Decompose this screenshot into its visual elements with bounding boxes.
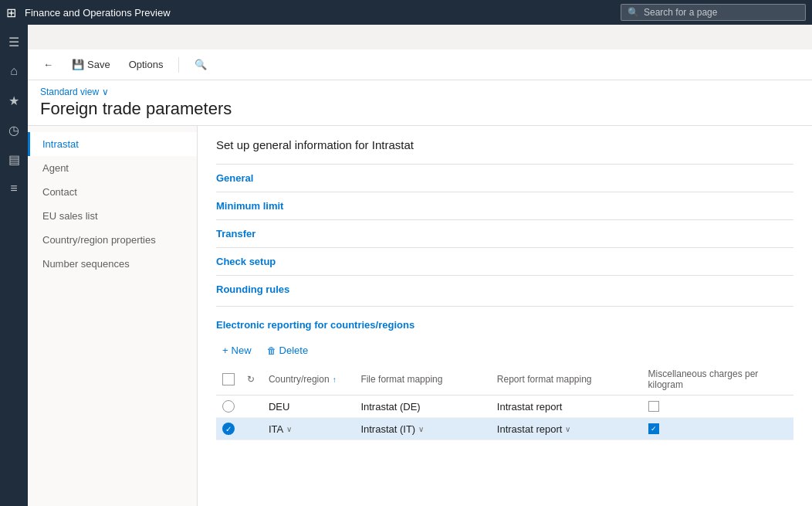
checkbox-deu[interactable] [648, 401, 659, 412]
sidebar-btn-home[interactable]: ⌂ [0, 57, 28, 85]
trash-icon: 🗑 [267, 345, 276, 356]
sidebar-btn-modules[interactable]: ≡ [0, 175, 28, 202]
sort-up-icon: ↑ [333, 375, 337, 384]
new-button[interactable]: + New [216, 341, 258, 359]
section-general: General [216, 164, 793, 192]
save-label: Save [87, 59, 110, 70]
th-refresh: ↻ [241, 364, 262, 396]
row-refresh-ita [241, 418, 262, 440]
delete-button[interactable]: 🗑 Delete [261, 341, 315, 359]
chevron-down-icon: ∨ [102, 87, 109, 97]
section-rounding-rules: Rounding rules [216, 275, 793, 303]
toolbar: ← 💾 Save Options 🔍 [28, 49, 812, 80]
sidebar-btn-recent[interactable]: ◷ [0, 116, 28, 144]
section-header-transfer[interactable]: Transfer [216, 220, 793, 247]
electronic-reporting-section: Electronic reporting for countries/regio… [216, 306, 793, 440]
refresh-icon: ↻ [247, 374, 255, 385]
row-country-deu[interactable]: DEU [262, 396, 354, 418]
th-misc-charges: Miscellaneous charges per kilogram [642, 364, 793, 396]
search-placeholder: Search for a page [644, 7, 717, 18]
report-format-dropdown-arrow[interactable]: ∨ [565, 425, 570, 433]
th-country[interactable]: Country/region ↑ [262, 364, 354, 396]
section-check-setup: Check setup [216, 247, 793, 275]
th-report-format: Report format mapping [491, 364, 642, 396]
top-bar: ⊞ Finance and Operations Preview 🔍 Searc… [0, 0, 812, 25]
section-minimum-limit: Minimum limit [216, 192, 793, 219]
section-transfer: Transfer [216, 219, 793, 247]
delete-label: Delete [279, 345, 309, 356]
search-icon: 🔍 [628, 7, 639, 18]
selected-indicator: ✓ [222, 423, 235, 435]
section-header-minimum-limit[interactable]: Minimum limit [216, 192, 793, 219]
table-row[interactable]: ✓ ITA ∨ Intrastat (I [216, 418, 793, 440]
grid-toolbar: + New 🗑 Delete [216, 337, 793, 364]
row-misc-deu[interactable] [642, 396, 793, 418]
row-report-format-deu[interactable]: Intrastat report [491, 396, 642, 418]
standard-view-link[interactable]: Standard view ∨ [40, 87, 800, 97]
save-icon: 💾 [72, 59, 84, 70]
options-label: Options [129, 59, 164, 70]
page-search-bar[interactable]: 🔍 Search for a page [621, 4, 806, 21]
plus-icon: + [222, 345, 228, 356]
checkbox-ita[interactable]: ✓ [648, 423, 659, 434]
toolbar-search-button[interactable]: 🔍 [188, 56, 213, 73]
radio-input[interactable] [222, 400, 235, 413]
page-header: Standard view ∨ Foreign trade parameters [28, 80, 812, 126]
sidebar-item-eu-sales-list[interactable]: EU sales list [28, 204, 197, 228]
row-refresh-deu [241, 396, 262, 418]
main-wrapper: ← 💾 Save Options 🔍 Standard view ∨ Forei… [28, 49, 812, 506]
table-row[interactable]: DEU Intrastat (DE) Intrastat report [216, 396, 793, 418]
section-intro: Set up general information for Intrastat [216, 138, 793, 151]
row-radio-ita[interactable]: ✓ [216, 418, 241, 440]
left-nav: Intrastat Agent Contact EU sales list Co… [28, 126, 198, 506]
electronic-reporting-table: ↻ Country/region ↑ File format mapping [216, 364, 793, 440]
row-radio-deu[interactable] [216, 396, 241, 418]
row-report-format-ita[interactable]: Intrastat report ∨ [491, 418, 642, 440]
sidebar-item-country-region-props[interactable]: Country/region properties [28, 228, 197, 252]
sidebar-item-number-sequences[interactable]: Number sequences [28, 252, 197, 276]
right-content: Set up general information for Intrastat… [198, 126, 812, 506]
th-radio [216, 364, 241, 396]
new-label: New [232, 345, 252, 356]
file-format-dropdown-arrow[interactable]: ∨ [418, 425, 424, 433]
row-file-format-deu[interactable]: Intrastat (DE) [354, 396, 490, 418]
app-grid-icon[interactable]: ⊞ [6, 5, 25, 20]
sidebar-btn-menu[interactable]: ☰ [0, 28, 28, 56]
back-button[interactable]: ← [37, 56, 59, 73]
options-button[interactable]: Options [123, 56, 170, 73]
page-title: Foreign trade parameters [40, 99, 800, 125]
content-area: Intrastat Agent Contact EU sales list Co… [28, 126, 812, 506]
sidebar-btn-favorites[interactable]: ★ [0, 87, 28, 114]
standard-view-label: Standard view [40, 87, 99, 97]
section-header-general[interactable]: General [216, 165, 793, 192]
row-misc-ita[interactable]: ✓ [642, 418, 793, 440]
app-title: Finance and Operations Preview [25, 7, 621, 19]
toolbar-separator [178, 57, 179, 73]
row-file-format-ita[interactable]: Intrastat (IT) ∨ [354, 418, 490, 440]
sidebar-item-agent[interactable]: Agent [28, 156, 197, 180]
toolbar-search-icon: 🔍 [195, 59, 207, 70]
section-header-check-setup[interactable]: Check setup [216, 248, 793, 275]
th-file-format: File format mapping [354, 364, 490, 396]
electronic-reporting-title: Electronic reporting for countries/regio… [216, 313, 793, 337]
save-button[interactable]: 💾 Save [66, 56, 117, 73]
row-country-ita[interactable]: ITA ∨ [262, 418, 354, 440]
sidebar-item-contact[interactable]: Contact [28, 180, 197, 204]
section-header-rounding-rules[interactable]: Rounding rules [216, 276, 793, 303]
icon-sidebar: ☰ ⌂ ★ ◷ ▤ ≡ [0, 25, 28, 506]
back-icon: ← [43, 59, 53, 70]
country-dropdown-arrow[interactable]: ∨ [286, 425, 292, 433]
sidebar-item-intrastat[interactable]: Intrastat [28, 132, 197, 156]
sidebar-btn-workspaces[interactable]: ▤ [0, 145, 28, 173]
